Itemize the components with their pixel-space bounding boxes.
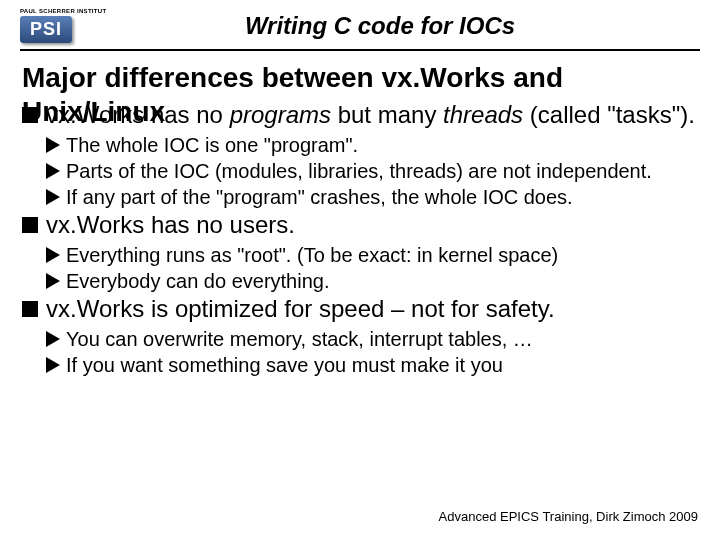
sub-bullet: If you want something save you must make… [46, 352, 698, 378]
b1-post: (called "tasks"). [523, 101, 695, 128]
sub-text: The whole IOC is one "program". [66, 132, 358, 158]
b1-em1: programs [230, 101, 331, 128]
psi-logo: PAUL SCHERRER INSTITUT PSI [20, 8, 120, 43]
sub-bullet: Parts of the IOC (modules, libraries, th… [46, 158, 698, 184]
square-bullet-icon [22, 301, 38, 317]
square-bullet-icon [22, 107, 38, 123]
bullet-2: vx.Works has no users. [22, 210, 698, 240]
header-divider [20, 49, 700, 51]
sub-text: If any part of the "program" crashes, th… [66, 184, 573, 210]
sub-bullet: The whole IOC is one "program". [46, 132, 698, 158]
slide-footer: Advanced EPICS Training, Dirk Zimoch 200… [439, 509, 698, 524]
slide-header: PAUL SCHERRER INSTITUT PSI Writing C cod… [0, 0, 720, 49]
logo-badge: PSI [20, 16, 72, 43]
sub-bullet: You can overwrite memory, stack, interru… [46, 326, 698, 352]
bullet-2-text: vx.Works has no users. [46, 210, 295, 240]
b1-mid: but many [331, 101, 443, 128]
square-bullet-icon [22, 217, 38, 233]
b1-em2: threads [443, 101, 523, 128]
triangle-bullet-icon [46, 137, 60, 153]
sub-text: Parts of the IOC (modules, libraries, th… [66, 158, 652, 184]
sub-bullet: Everybody can do everything. [46, 268, 698, 294]
logo-institute-text: PAUL SCHERRER INSTITUT [20, 8, 120, 14]
heading-line1: Major differences between vx.Works and [22, 62, 563, 93]
triangle-bullet-icon [46, 357, 60, 373]
triangle-bullet-icon [46, 331, 60, 347]
slide-content: Major differences between vx.Works and U… [0, 61, 720, 378]
sub-text: Everybody can do everything. [66, 268, 330, 294]
triangle-bullet-icon [46, 247, 60, 263]
bullet-3-text: vx.Works is optimized for speed – not fo… [46, 294, 555, 324]
b1-pre: vx.Works has no [46, 101, 230, 128]
sub-bullet: If any part of the "program" crashes, th… [46, 184, 698, 210]
bullet-3: vx.Works is optimized for speed – not fo… [22, 294, 698, 324]
sub-bullet: Everything runs as "root". (To be exact:… [46, 242, 698, 268]
sub-text: You can overwrite memory, stack, interru… [66, 326, 533, 352]
triangle-bullet-icon [46, 273, 60, 289]
bullet-1-text: vx.Works has no programs but many thread… [46, 100, 695, 130]
sub-text: If you want something save you must make… [66, 352, 503, 378]
sub-text: Everything runs as "root". (To be exact:… [66, 242, 558, 268]
triangle-bullet-icon [46, 189, 60, 205]
bullet-1: vx.Works has no programs but many thread… [22, 100, 698, 130]
triangle-bullet-icon [46, 163, 60, 179]
slide-title: Writing C code for IOCs [120, 12, 700, 40]
